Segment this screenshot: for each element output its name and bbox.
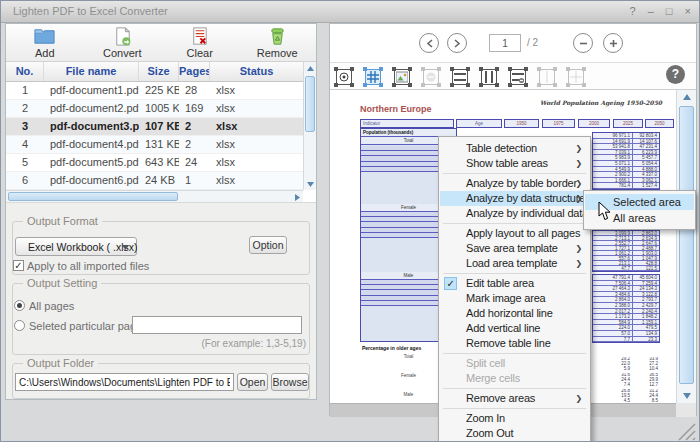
mark-image-area-icon[interactable] — [391, 66, 413, 88]
remove-table-line-icon[interactable] — [507, 66, 529, 88]
previous-page-button[interactable] — [419, 33, 439, 53]
menu-item-apply-layout-to-all-pages[interactable]: Apply layout to all pages — [440, 226, 589, 241]
value-2025: 7.7 — [593, 337, 633, 342]
file-table-hscrollbar[interactable] — [6, 190, 303, 202]
value-2050: 23.3 — [633, 337, 659, 342]
menu-item-edit-table-area[interactable]: ✓Edit table area — [440, 276, 589, 291]
menu-separator — [443, 223, 586, 224]
table-row[interactable]: 3pdf-document3.pdf107 KB2xlsx — [6, 118, 303, 136]
column-header-pages[interactable]: Pages — [179, 62, 210, 81]
value-2050: 1 848.2 — [633, 314, 659, 319]
show-table-areas-icon[interactable] — [362, 66, 384, 88]
value-2050: 1 527.4 — [633, 183, 659, 188]
minimize-button[interactable]: – — [648, 5, 654, 17]
menu-item-label: Table detection — [466, 142, 537, 154]
all-pages-radio[interactable] — [14, 300, 25, 311]
menu-item-remove-areas[interactable]: Remove areas❯ — [440, 391, 589, 406]
value-2050: 14 107.6 — [633, 139, 659, 144]
settings-panel: Output Format Excel Workbook ( .xlsx) Op… — [6, 202, 316, 399]
value-2050: 7 259.4 — [633, 281, 659, 286]
menu-item-load-area-template[interactable]: Load area template❯ — [440, 256, 589, 271]
column-header-no[interactable]: No. — [6, 62, 44, 81]
resize-grip[interactable] — [673, 418, 697, 442]
option-button[interactable]: Option — [249, 236, 287, 254]
preview-vscrollbar[interactable] — [676, 90, 696, 403]
value-2025: 3 099.9 — [593, 231, 633, 235]
selected-pages-radio[interactable] — [14, 320, 25, 331]
table-row[interactable]: 6pdf-document6.pdf24 KB1xlsx — [6, 172, 303, 190]
value-2050: 47 231.4 — [633, 144, 659, 149]
vscroll-thumb[interactable] — [305, 76, 315, 132]
add-vertical-line-icon[interactable] — [478, 66, 500, 88]
column-header-status[interactable]: Status — [210, 62, 303, 81]
menu-item-add-vertical-line[interactable]: Add vertical line — [440, 321, 589, 336]
menu-item-analyze-by-data-structure[interactable]: Analyze by data structure❯ — [440, 191, 589, 206]
preview-vscroll-thumb[interactable] — [679, 106, 694, 384]
file-table-vscrollbar[interactable] — [303, 62, 316, 190]
scroll-up-icon[interactable] — [677, 90, 696, 104]
value-2025: 1 173.2 — [593, 314, 633, 319]
menu-item-add-horizontal-line[interactable]: Add horizontal line — [440, 306, 589, 321]
pages-range-input[interactable] — [132, 316, 302, 334]
table-detection-icon[interactable] — [333, 66, 355, 88]
convert-button[interactable]: Convert — [84, 24, 162, 61]
close-button[interactable]: × — [685, 5, 691, 17]
value-2025: 2 713.1 — [593, 236, 633, 240]
value-2050: 92 803.4 — [633, 133, 659, 138]
menu-item-analyze-by-table-border[interactable]: Analyze by table border❯ — [440, 176, 589, 191]
table-cell: 643 KB — [139, 154, 179, 171]
menu-item-table-detection[interactable]: Table detection❯ — [440, 141, 589, 156]
menu-item-remove-table-line[interactable]: Remove table line — [440, 336, 589, 351]
zoom-in-button[interactable] — [603, 33, 623, 53]
hscroll-thumb[interactable] — [8, 192, 178, 201]
scroll-down-icon[interactable] — [304, 178, 316, 190]
value-2025: 4 549.9 — [593, 167, 633, 172]
value-2050: 2 634.9 — [633, 236, 659, 240]
scroll-up-icon[interactable] — [304, 62, 316, 74]
menu-item-label: Merge cells — [466, 372, 520, 384]
value-2025: 7 506.4 — [593, 281, 633, 286]
menu-item-zoom-in[interactable]: Zoom In — [440, 411, 589, 426]
value-2050: 24 134.3 — [633, 286, 659, 291]
add-horizontal-line-icon[interactable] — [449, 66, 471, 88]
remove-button[interactable]: Remove — [239, 24, 317, 61]
apply-all-checkbox[interactable]: ✓ — [13, 260, 24, 271]
menu-item-label: Analyze by table border — [466, 177, 577, 189]
column-header-size[interactable]: Size — [139, 62, 179, 81]
zoom-out-button[interactable] — [573, 33, 593, 53]
menu-item-label: Load area template — [466, 257, 557, 269]
scroll-down-icon[interactable] — [677, 389, 696, 403]
submenu-arrow-icon: ❯ — [575, 141, 582, 156]
maximize-button[interactable]: □ — [666, 5, 673, 17]
help-button[interactable]: ? — [666, 65, 685, 84]
add-button[interactable]: Add — [6, 24, 84, 61]
table-row[interactable]: 2pdf-document2.pdf1005 KB169xlsx — [6, 100, 303, 118]
menu-item-show-table-areas[interactable]: Show table areas❯ — [440, 156, 589, 171]
page-number-input[interactable] — [489, 34, 521, 52]
clear-document-icon — [188, 26, 211, 47]
column-header-filename[interactable]: File name — [44, 62, 139, 81]
next-page-button[interactable] — [447, 33, 467, 53]
output-folder-input[interactable] — [15, 373, 234, 391]
menu-item-zoom-out[interactable]: Zoom Out — [440, 426, 589, 441]
file-table-header: No. File name Size Pages Status — [6, 62, 303, 82]
table-row[interactable]: 5pdf-document5.pdf643 KB24xlsx — [6, 154, 303, 172]
table-row[interactable]: 4pdf-document4.pdf131 KB2xlsx — [6, 136, 303, 154]
table-cell: pdf-document3.pdf — [44, 118, 139, 135]
minus-icon — [579, 39, 588, 48]
value-2025: 1 666.1 — [593, 178, 633, 183]
menu-item-mark-image-area[interactable]: Mark image area — [440, 291, 589, 306]
pages-example-hint: (For example: 1,3-5,19) — [202, 338, 307, 349]
help-window-button[interactable]: ? — [629, 5, 635, 17]
menu-item-save-area-template[interactable]: Save area template❯ — [440, 241, 589, 256]
table-cell: 6 — [6, 172, 44, 189]
browse-button[interactable]: Browse — [271, 373, 309, 391]
output-format-dropdown[interactable]: Excel Workbook ( .xlsx) — [15, 237, 137, 256]
clear-button[interactable]: Clear — [161, 24, 239, 61]
menu-item-label: Edit table area — [466, 277, 534, 289]
table-row[interactable]: 1pdf-document1.pdf225 KB28xlsx — [6, 82, 303, 100]
menu-item-analyze-by-individual-data[interactable]: Analyze by individual data — [440, 206, 589, 221]
submenu-arrow-icon: ❯ — [575, 256, 582, 271]
value-2025: 584.9 — [593, 320, 633, 325]
open-button[interactable]: Open — [237, 373, 268, 391]
